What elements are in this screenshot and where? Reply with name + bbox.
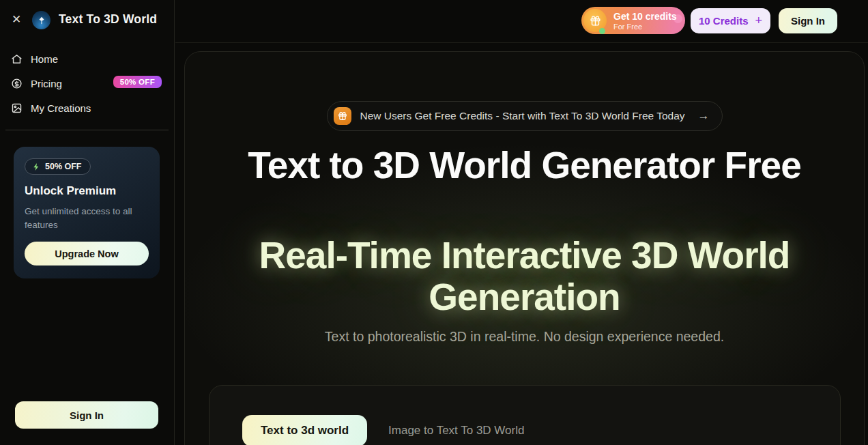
banner-gift-square (333, 107, 351, 125)
logo-icon (37, 16, 46, 25)
premium-title: Unlock Premium (25, 184, 149, 198)
premium-description: Get unlimited access to all features (25, 205, 134, 232)
sidebar: ✕ Text To 3D World Home Pricing 50% OFF … (0, 0, 175, 445)
upgrade-now-button[interactable]: Upgrade Now (25, 242, 149, 265)
free-credits-subtitle: For Free (613, 23, 677, 31)
premium-discount-pill: 50% OFF (25, 158, 91, 175)
pricing-discount-badge: 50% OFF (113, 76, 162, 88)
home-icon (11, 53, 23, 65)
sidebar-item-label: Pricing (31, 78, 62, 89)
sidebar-item-home[interactable]: Home (11, 51, 58, 67)
banner-text: New Users Get Free Credits - Start with … (360, 110, 684, 122)
credits-count: 10 Credits (699, 15, 749, 27)
sidebar-item-my-creations[interactable]: My Creations (11, 100, 91, 116)
gift-icon (590, 15, 601, 27)
lightning-icon (32, 162, 41, 171)
header-sign-in-button[interactable]: Sign In (779, 8, 837, 33)
get-free-credits-button[interactable]: Get 10 credits For Free (581, 7, 685, 34)
tab-text-to-3d-world[interactable]: Text to 3d world (242, 415, 367, 445)
sidebar-divider (5, 130, 169, 130)
sidebar-item-label: My Creations (31, 102, 91, 114)
sidebar-item-pricing[interactable]: Pricing (11, 75, 62, 91)
plus-icon: + (755, 14, 763, 28)
credits-balance-button[interactable]: 10 Credits + (691, 8, 770, 33)
gift-icon (337, 111, 347, 121)
generator-panel: Text to 3d world Image to Text To 3D Wor… (209, 385, 841, 445)
page-title: Text to 3D World Generator Free (231, 145, 818, 186)
arrow-right-icon: → (698, 109, 710, 123)
tab-image-to-3d-world[interactable]: Image to Text To 3D World (388, 424, 524, 437)
pricing-icon (11, 78, 23, 89)
image-icon (11, 102, 23, 114)
close-icon[interactable]: ✕ (9, 12, 24, 27)
decor-dot-green (599, 28, 605, 34)
main-content: New Users Get Free Credits - Start with … (184, 51, 865, 445)
sidebar-item-label: Home (31, 53, 58, 65)
app-title: Text To 3D World (59, 12, 157, 27)
app-logo (32, 11, 50, 29)
premium-card: 50% OFF Unlock Premium Get unlimited acc… (14, 147, 160, 278)
header-divider (175, 42, 868, 43)
free-credits-title: Get 10 credits (613, 11, 677, 22)
promo-banner[interactable]: New Users Get Free Credits - Start with … (326, 101, 722, 131)
page-subtitle-glow: Real-Time Interactive 3D World Generatio… (197, 235, 852, 318)
premium-discount-label: 50% OFF (45, 162, 82, 171)
tagline: Text to photorealistic 3D in real-time. … (185, 329, 864, 345)
sidebar-sign-in-button[interactable]: Sign In (15, 401, 158, 429)
generator-tabs: Text to 3d world Image to Text To 3D Wor… (209, 386, 840, 445)
